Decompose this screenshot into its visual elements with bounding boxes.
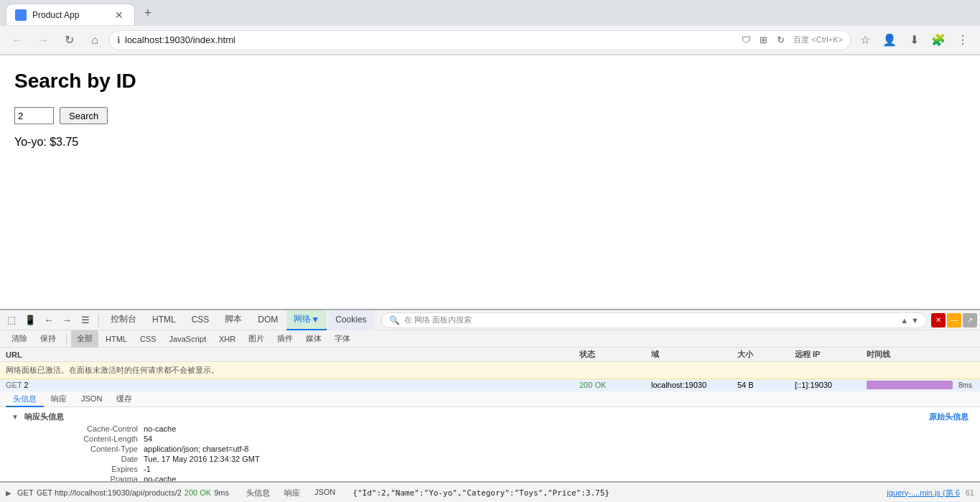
back-button[interactable]: ← xyxy=(6,29,29,52)
devtools-forward-button[interactable]: → xyxy=(58,312,75,329)
devtools-corner-buttons: ✕ — ↗ xyxy=(931,313,977,327)
address-right-icons: 🛡 ⊞ ↻ 百度 <Ctrl+K> xyxy=(739,33,843,47)
bottom-right-link[interactable]: jquery-....min.js (第 6 xyxy=(887,488,959,498)
devtools-panel: ⬚ 📱 ← → ☰ 控制台 HTML CSS 脚本 DOM 网络 ▼ Cooki… xyxy=(0,309,980,481)
filter-html-button[interactable]: HTML xyxy=(100,330,133,348)
bottom-method: GET xyxy=(17,488,34,497)
devtools-nav-buttons: ← → xyxy=(40,312,75,329)
devtools-tab-script[interactable]: 脚本 xyxy=(218,310,249,330)
col-domain: 域 xyxy=(651,349,737,360)
search-magnifier-icon: 🔍 xyxy=(389,315,400,325)
devtools-tab-css[interactable]: CSS xyxy=(185,310,217,330)
header-row-content-length: Content-Length 54 xyxy=(11,434,969,444)
clear-button[interactable]: 清除 xyxy=(6,330,33,348)
header-row-content-type: Content-Type application/json; charset=u… xyxy=(11,444,969,454)
devtools-tab-console[interactable]: 控制台 xyxy=(103,310,144,330)
filter-img-button[interactable]: 图片 xyxy=(243,330,270,348)
expand-icon: ▶ xyxy=(6,489,11,497)
bottom-url: GET http://localhost:19030/api/products/… xyxy=(37,488,182,497)
devtools-tab-network[interactable]: 网络 ▼ xyxy=(286,310,327,330)
devtools-tab-cookies[interactable]: Cookies xyxy=(328,310,373,330)
bottom-tab-json[interactable]: JSON xyxy=(309,488,341,498)
browser-tab-active[interactable]: Product App ✕ xyxy=(6,4,135,25)
search-button[interactable]: Search xyxy=(60,107,108,124)
bottom-json-content: {"Id":2,"Name":"Yo-yo","Category":"Toys"… xyxy=(353,488,610,498)
filter-font-button[interactable]: 字体 xyxy=(329,330,356,348)
detail-tab-headers[interactable]: 头信息 xyxy=(6,391,44,407)
search-area: Search xyxy=(14,107,966,124)
row-domain: localhost:19030 xyxy=(651,381,737,389)
address-bar[interactable]: ℹ localhost:19030/index.html 🛡 ⊞ ↻ 百度 <C… xyxy=(109,30,851,50)
devtools-separator-1 xyxy=(98,314,99,327)
detail-tab-json[interactable]: JSON xyxy=(74,391,109,407)
home-button[interactable]: ⌂ xyxy=(83,29,106,52)
refresh-address-icon[interactable]: ↻ xyxy=(773,33,788,47)
devtools-tab-dom[interactable]: DOM xyxy=(251,310,285,330)
devtools-warning-button[interactable]: — xyxy=(947,313,961,327)
extensions-button[interactable]: 🧩 xyxy=(927,29,950,52)
devtools-mobile-button[interactable]: 📱 xyxy=(22,312,39,329)
col-size: 大小 xyxy=(737,349,795,360)
row-status: 200 OK xyxy=(579,381,651,389)
profile-button[interactable]: 👤 xyxy=(878,29,901,52)
devtools-search-placeholder: 在 网络 面板内搜索 xyxy=(404,315,472,325)
browser-chrome: Product App ✕ + ← → ↻ ⌂ ℹ localhost:1903… xyxy=(0,0,980,55)
devtools-expand-button[interactable]: ☰ xyxy=(77,312,94,329)
tab-title: Product App xyxy=(32,10,107,20)
menu-icon: ⊞ xyxy=(756,33,770,47)
response-headers-title[interactable]: ▼ 响应头信息 原始头信息 xyxy=(11,410,969,424)
network-row[interactable]: GET 2 200 OK localhost:19030 54 B [::1]:… xyxy=(0,379,980,391)
search-down-button[interactable]: ▼ xyxy=(911,316,919,325)
bottom-line-number: 61 xyxy=(966,488,974,497)
devtools-content: URL 状态 域 大小 远程 IP 时间线 网络面板已激活。在面板未激活时的任何… xyxy=(0,348,980,481)
row-remote-ip: [::1]:19030 xyxy=(795,381,867,389)
timeline-bar xyxy=(867,381,953,389)
result-text: Yo-yo: $3.75 xyxy=(14,136,966,149)
refresh-button[interactable]: ↻ xyxy=(57,29,80,52)
devtools-inspect-button[interactable]: ⬚ xyxy=(3,312,20,329)
filter-all-button[interactable]: 全部 xyxy=(71,330,98,348)
tab-favicon xyxy=(15,9,27,21)
raw-headers-link[interactable]: 原始头信息 xyxy=(929,412,969,422)
bottom-tab-response[interactable]: 响应 xyxy=(279,488,306,498)
browser-menu-button[interactable]: ⋮ xyxy=(951,29,974,52)
shield-icon: 🛡 xyxy=(739,33,753,47)
filter-css-button[interactable]: CSS xyxy=(134,330,162,348)
download-button[interactable]: ⬇ xyxy=(902,29,925,52)
search-input[interactable] xyxy=(14,107,54,124)
row-time: 8ms xyxy=(958,381,972,389)
bottom-tab-headers[interactable]: 头信息 xyxy=(241,488,276,498)
forward-button[interactable]: → xyxy=(32,29,55,52)
bookmark-button[interactable]: ☆ xyxy=(854,29,877,52)
devtools-error-button[interactable]: ✕ xyxy=(931,313,946,327)
filter-xhr-button[interactable]: XHR xyxy=(213,330,241,348)
filter-media-button[interactable]: 媒体 xyxy=(300,330,327,348)
tab-close-button[interactable]: ✕ xyxy=(113,9,126,22)
new-tab-button[interactable]: + xyxy=(138,3,158,23)
header-row-expires: Expires -1 xyxy=(11,464,969,474)
filter-js-button[interactable]: JavaScript xyxy=(164,330,212,348)
col-remote-ip: 远程 IP xyxy=(795,349,867,360)
col-status: 状态 xyxy=(579,349,651,360)
page-content: Search by ID Search Yo-yo: $3.75 xyxy=(0,55,980,309)
subtoolbar-separator xyxy=(66,334,67,344)
devtools-tab-html[interactable]: HTML xyxy=(145,310,183,330)
bottom-request-info: GET GET http://localhost:19030/api/produ… xyxy=(17,488,229,497)
persist-button[interactable]: 保持 xyxy=(34,330,62,348)
bottom-status: 200 OK xyxy=(185,488,211,497)
bottom-tabs: 头信息 响应 JSON xyxy=(241,488,341,498)
search-up-button[interactable]: ▲ xyxy=(900,316,908,325)
devtools-back-button[interactable]: ← xyxy=(40,312,57,329)
search-placeholder: 百度 <Ctrl+K> xyxy=(793,34,843,45)
detail-tab-response[interactable]: 响应 xyxy=(44,391,74,407)
detail-tab-cache[interactable]: 缓存 xyxy=(109,391,139,407)
devtools-close-button[interactable]: ↗ xyxy=(963,313,977,327)
row-size: 54 B xyxy=(737,381,795,389)
row-method-url: GET 2 xyxy=(6,381,579,389)
network-inactive-message: 网络面板已激活。在面板未激活时的任何请求都不会被显示。 xyxy=(0,362,980,379)
response-headers-section: ▼ 响应头信息 原始头信息 Cache-Control no-cache Con… xyxy=(0,407,980,481)
toggle-icon: ▼ xyxy=(11,413,19,421)
devtools-toolbar: ⬚ 📱 ← → ☰ 控制台 HTML CSS 脚本 DOM 网络 ▼ Cooki… xyxy=(0,310,980,330)
security-icon: ℹ xyxy=(117,35,121,45)
filter-plugin-button[interactable]: 插件 xyxy=(271,330,299,348)
